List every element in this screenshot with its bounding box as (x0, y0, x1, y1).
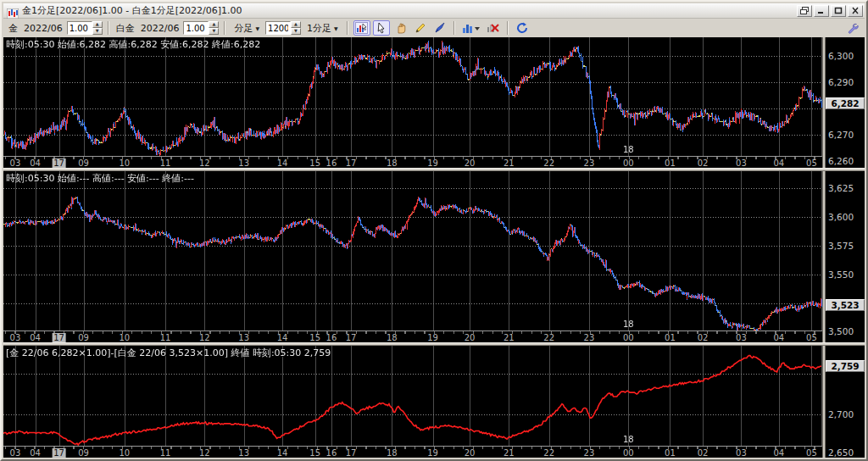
toolbar-separator (453, 21, 455, 35)
x-axis-label: 03 (10, 333, 21, 342)
chart-type-dropdown-button[interactable] (460, 20, 482, 36)
toolbar-separator (108, 21, 109, 35)
platinum-multiplier-stepper[interactable]: ▲▼ (209, 21, 219, 35)
price-axis-label: 3,500 (828, 326, 854, 336)
minimize-button[interactable] (814, 5, 829, 17)
maximize-button[interactable] (831, 5, 846, 17)
x-axis-label: 15 (309, 158, 320, 168)
panel-platinum: 18 時刻:05:30 始値:--- 高値:--- 安値:--- 終値:--- … (3, 171, 865, 342)
x-axis-label: 12 (199, 158, 210, 168)
x-axis-label: 04 (773, 448, 784, 458)
chart-pointer-mode-button[interactable] (353, 20, 370, 36)
x-axis-label: 00 (623, 158, 634, 168)
x-axis-label: 20 (465, 158, 476, 168)
pan-hand-tool-button[interactable] (392, 20, 409, 36)
chevron-down-icon: ▼ (255, 25, 259, 31)
gold-price-axis: 6,3006,2906,2706,2606,282 (826, 37, 865, 168)
stepper-down-icon[interactable]: ▼ (291, 28, 301, 35)
cursor-tool-button[interactable] (373, 20, 390, 36)
x-axis-label: 21 (504, 158, 515, 168)
x-axis-label: 04 (30, 333, 41, 342)
x-axis-label: 22 (543, 448, 554, 458)
gold-multiplier-stepper[interactable]: ▲▼ (92, 21, 103, 35)
style-dropdown[interactable]: 1分足▼ (303, 20, 342, 36)
platinum-plot-area: 18 (3, 171, 822, 330)
x-axis-label: 10 (119, 333, 130, 342)
axis-divider (822, 171, 826, 342)
x-axis-label: 11 (160, 333, 171, 342)
spread-info: [金 22/06 6,282×1.00]-[白金 22/06 3,523×1.0… (6, 347, 331, 359)
x-axis-label: 01 (665, 333, 676, 342)
x-axis-label: 16 (326, 333, 337, 342)
bar-count-field: ▲▼ (265, 21, 301, 35)
x-axis-label: 23 (584, 158, 595, 168)
panel-gold: 18 時刻:05:30 始値:6,282 高値:6,282 安値:6,282 終… (3, 37, 865, 168)
x-axis-label: 14 (277, 333, 288, 342)
x-axis-label: 22 (543, 333, 554, 342)
price-axis-label: 2,700 (828, 409, 854, 419)
price-axis-label: 2,650 (828, 447, 854, 458)
title-bar[interactable]: 金1分足[2022/06]1.00 - 白金1分足[2022/06]1.00 (3, 3, 865, 19)
pen-annotate-tool-button[interactable] (431, 20, 448, 36)
x-axis-label: 10 (119, 448, 130, 458)
x-axis-label: 20 (465, 448, 476, 458)
platinum-multiplier-input[interactable] (183, 21, 209, 35)
x-axis-label: 03 (736, 448, 747, 458)
x-axis-label: 00 (623, 333, 634, 342)
price-axis-label: 3,600 (828, 212, 854, 222)
app-icon (7, 6, 19, 16)
x-axis-label: 03 (10, 448, 21, 458)
stepper-up-icon[interactable]: ▲ (92, 21, 103, 28)
current-price-badge: 2,759 (826, 360, 865, 372)
x-axis-label: 19 (427, 448, 438, 458)
platinum-multiplier-field: ▲▼ (183, 21, 219, 35)
x-axis-label: 21 (504, 333, 515, 342)
platinum-contract-month[interactable]: 2022/06 (139, 23, 181, 34)
price-axis-label: 6,300 (828, 51, 854, 61)
date-change-label: 18 (623, 435, 634, 444)
gold-symbol-label: 金 (7, 22, 19, 35)
x-axis-label: 00 (623, 448, 634, 458)
period-dropdown[interactable]: 分足▼ (231, 20, 263, 36)
float-window-button[interactable] (797, 5, 812, 17)
gold-ohlc-info: 時刻:05:30 始値:6,282 高値:6,282 安値:6,282 終値:6… (6, 38, 260, 51)
x-axis-label: 02 (698, 158, 709, 168)
x-axis-label: 03 (736, 333, 747, 342)
spread-x-axis: 0304170910111213141516171819202122230001… (3, 446, 822, 458)
x-axis-label: 13 (238, 158, 249, 168)
stepper-down-icon[interactable]: ▼ (92, 28, 103, 35)
pencil-tool-button[interactable] (412, 20, 429, 36)
x-axis-label: 18 (387, 333, 398, 342)
gold-multiplier-field: ▲▼ (67, 21, 103, 35)
refresh-button[interactable] (514, 20, 531, 36)
platinum-chart-canvas[interactable] (3, 171, 822, 330)
x-axis-date-label: 17 (52, 333, 66, 342)
stepper-up-icon[interactable]: ▲ (291, 21, 301, 28)
x-axis-label: 15 (309, 448, 320, 458)
gold-contract-month[interactable]: 2022/06 (22, 23, 64, 34)
x-axis-label: 18 (387, 448, 398, 458)
x-axis-label: 03 (736, 158, 747, 168)
stepper-down-icon[interactable]: ▼ (209, 28, 219, 35)
bar-count-input[interactable] (265, 21, 291, 35)
x-axis-label: 14 (277, 158, 288, 168)
x-axis-label: 02 (698, 448, 709, 458)
chart-window: 金1分足[2022/06]1.00 - 白金1分足[2022/06]1.00 金… (0, 0, 868, 461)
x-axis-label: 17 (346, 448, 357, 458)
x-axis-label: 19 (427, 158, 438, 168)
platinum-symbol-label: 白金 (114, 22, 136, 35)
stepper-up-icon[interactable]: ▲ (209, 21, 219, 28)
x-axis-label: 04 (773, 158, 784, 168)
platinum-price-axis: 3,6253,6003,5753,5503,5253,5003,523 (826, 171, 865, 342)
window-title: 金1分足[2022/06]1.00 - 白金1分足[2022/06]1.00 (22, 4, 795, 17)
settings-wrench-button[interactable] (844, 20, 861, 36)
x-axis-date-label: 17 (52, 448, 66, 458)
spread-chart-canvas[interactable] (3, 346, 822, 446)
x-axis-label: 09 (78, 448, 89, 458)
delete-chart-button[interactable] (485, 20, 502, 36)
x-axis-label: 04 (30, 158, 41, 168)
gold-chart-canvas[interactable] (3, 37, 822, 156)
bar-count-stepper[interactable]: ▲▼ (291, 21, 301, 35)
gold-multiplier-input[interactable] (67, 21, 92, 35)
close-button[interactable] (848, 5, 863, 17)
